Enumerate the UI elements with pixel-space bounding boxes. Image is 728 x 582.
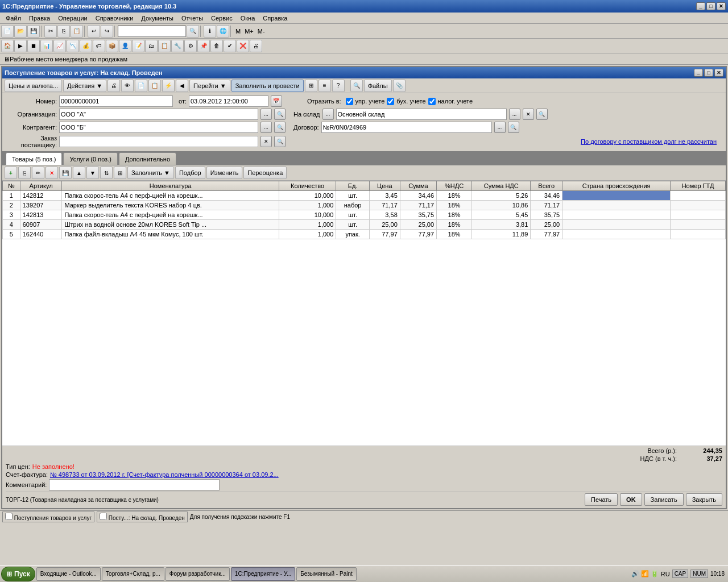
- order-clear-btn[interactable]: ✕: [260, 136, 272, 147]
- status-item-2[interactable]: Посту...: На склад. Проведен: [97, 512, 188, 522]
- row-delete-btn[interactable]: ✕: [46, 167, 58, 179]
- menu-references[interactable]: Справочники: [92, 14, 137, 22]
- warehouse-select-btn[interactable]: ...: [509, 109, 520, 120]
- warehouse-dots-btn[interactable]: ...: [322, 109, 334, 120]
- tb-help-icon[interactable]: ?: [332, 80, 345, 92]
- tb2-19[interactable]: ❌: [237, 40, 249, 52]
- tb2-13[interactable]: 📋: [158, 40, 171, 52]
- row-sort-btn[interactable]: ⇅: [100, 167, 113, 179]
- menu-documents[interactable]: Документы: [138, 14, 177, 22]
- tb-paste[interactable]: 📋: [71, 25, 83, 38]
- start-button[interactable]: ⊞ Пуск: [1, 567, 35, 581]
- counter-field[interactable]: [59, 122, 258, 133]
- minimize-btn[interactable]: _: [696, 2, 705, 10]
- contract-select-btn[interactable]: ...: [494, 122, 506, 133]
- row-edit-btn[interactable]: ✏: [32, 167, 44, 179]
- row-up-btn[interactable]: ▲: [73, 167, 85, 179]
- tb2-7[interactable]: 💰: [80, 40, 92, 52]
- tb2-6[interactable]: 📉: [67, 40, 79, 52]
- buh-checkbox[interactable]: [387, 98, 394, 105]
- table-row[interactable]: 1142812Папка скорос-тель А4 с перф-цией …: [3, 191, 726, 201]
- menu-help[interactable]: Справка: [259, 14, 291, 22]
- taskbar-item-2[interactable]: Форум разработчик...: [166, 567, 230, 581]
- tb-cut[interactable]: ✂: [44, 25, 57, 38]
- status-cb2[interactable]: [100, 513, 107, 520]
- files-icon[interactable]: 📎: [393, 80, 406, 92]
- menu-service[interactable]: Сервис: [208, 14, 236, 22]
- tb2-14[interactable]: 🔧: [171, 40, 184, 52]
- counter-select-btn[interactable]: ...: [260, 122, 272, 133]
- row-save-btn[interactable]: 💾: [59, 167, 72, 179]
- tb2-1[interactable]: 🏠: [1, 40, 14, 52]
- tab-goods[interactable]: Товары (5 поз.): [6, 152, 62, 165]
- tb-undo[interactable]: ↩: [88, 25, 100, 38]
- warehouse-clear-btn[interactable]: ✕: [523, 109, 534, 120]
- ok-btn[interactable]: OK: [620, 493, 642, 506]
- tb-info[interactable]: ℹ: [204, 25, 216, 38]
- org-search-btn[interactable]: 🔍: [274, 109, 286, 120]
- taskbar-item-4[interactable]: Безымянный - Paint: [296, 567, 356, 581]
- menu-operations[interactable]: Операции: [55, 14, 90, 22]
- select-btn[interactable]: Подбор: [175, 167, 205, 179]
- org-field[interactable]: [59, 109, 258, 120]
- tb-search[interactable]: 🔍: [187, 25, 199, 38]
- calendar-btn[interactable]: 📅: [271, 95, 282, 107]
- order-field[interactable]: [59, 136, 258, 147]
- comment-input[interactable]: [49, 479, 220, 490]
- tb2-17[interactable]: 🗑: [210, 40, 223, 52]
- contract-field[interactable]: [321, 122, 492, 133]
- maximize-btn[interactable]: □: [706, 2, 715, 10]
- tb-copy[interactable]: ⎘: [57, 25, 70, 38]
- inner-maximize[interactable]: □: [704, 69, 713, 77]
- date-field[interactable]: [189, 95, 268, 107]
- tb2-15[interactable]: ⚙: [184, 40, 197, 52]
- table-row[interactable]: 460907Штрих на водной основе 20мл KORES …: [3, 220, 726, 230]
- tb2-5[interactable]: 📈: [53, 40, 66, 52]
- print-icon[interactable]: 🖨: [107, 80, 120, 92]
- fill-post-btn[interactable]: Заполнить и провести: [231, 80, 304, 92]
- table-row[interactable]: 2139207Маркер выделитель текста KORES на…: [3, 201, 726, 210]
- actions-btn[interactable]: Действия ▼: [63, 80, 106, 92]
- tb-new[interactable]: 📄: [1, 25, 14, 38]
- row-group-btn[interactable]: ⊞: [114, 167, 126, 179]
- tb-save[interactable]: 💾: [27, 25, 40, 38]
- fill-table-btn[interactable]: Заполнить ▼: [127, 167, 174, 179]
- table-row[interactable]: 5162440Папка файл-вкладыш А4 45 мкм Кому…: [3, 230, 726, 239]
- table-row[interactable]: 3142813Папка скорос-тель А4 с перф-цией …: [3, 210, 726, 220]
- invoice-value[interactable]: № 498733 от 03.09.2012 г. [Счет-фактура …: [50, 471, 279, 478]
- counter-search-btn[interactable]: 🔍: [274, 122, 286, 133]
- files-btn[interactable]: Файлы: [364, 80, 392, 92]
- status-item-1[interactable]: Поступления товаров и услуг: [2, 512, 94, 522]
- tb-table-icon[interactable]: ⊞: [305, 80, 317, 92]
- tab-services[interactable]: Услуги (0 поз.): [63, 152, 117, 165]
- menu-edit[interactable]: Правка: [26, 14, 53, 22]
- row-down-btn[interactable]: ▼: [86, 167, 99, 179]
- write-btn[interactable]: Записать: [644, 493, 684, 506]
- debt-info[interactable]: По договору с поставщиком долг не рассчи…: [581, 138, 717, 145]
- reprice-btn[interactable]: Переоценка: [243, 167, 287, 179]
- tb2-3[interactable]: ⏹: [27, 40, 40, 52]
- doc-icon4[interactable]: ◀: [176, 80, 188, 92]
- close-btn[interactable]: ✕: [717, 2, 726, 10]
- taskbar-item-1[interactable]: Торговля+Склад, р...: [102, 567, 164, 581]
- search-icon[interactable]: 🔍: [350, 80, 363, 92]
- doc-icon1[interactable]: 📄: [135, 80, 147, 92]
- org-select-btn[interactable]: ...: [260, 109, 272, 120]
- doc-icon2[interactable]: 📋: [148, 80, 161, 92]
- prices-currency-btn[interactable]: Цены и валюта...: [5, 80, 62, 92]
- doc-icon3[interactable]: ⚡: [162, 80, 175, 92]
- search-input[interactable]: [118, 26, 186, 37]
- order-search-btn[interactable]: 🔍: [274, 136, 286, 147]
- tb2-18[interactable]: ✔: [224, 40, 236, 52]
- tb2-16[interactable]: 📌: [197, 40, 210, 52]
- close-btn[interactable]: Закрыть: [686, 493, 722, 506]
- contract-search-btn[interactable]: 🔍: [508, 122, 519, 133]
- menu-reports[interactable]: Отчеты: [178, 14, 206, 22]
- goto-btn[interactable]: Перейти ▼: [189, 80, 230, 92]
- tb2-9[interactable]: 📦: [106, 40, 118, 52]
- inner-minimize[interactable]: _: [694, 69, 703, 77]
- number-field[interactable]: [59, 95, 173, 107]
- print-btn[interactable]: Печать: [585, 493, 618, 506]
- taskbar-item-3[interactable]: 1С:Предприятие - У...: [231, 567, 295, 581]
- inner-close[interactable]: ✕: [714, 69, 723, 77]
